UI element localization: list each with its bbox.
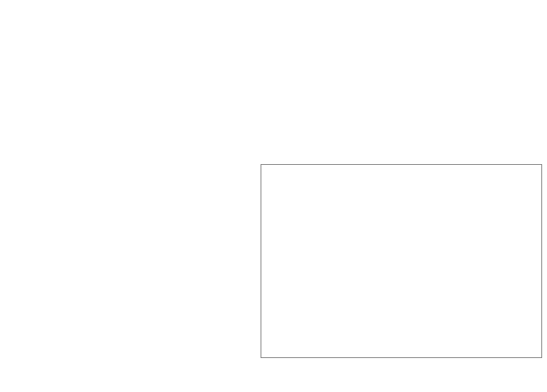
- calls-per-day-bar-chart: [227, 158, 547, 392]
- report-screen: [0, 0, 547, 392]
- plot-area: [261, 164, 542, 358]
